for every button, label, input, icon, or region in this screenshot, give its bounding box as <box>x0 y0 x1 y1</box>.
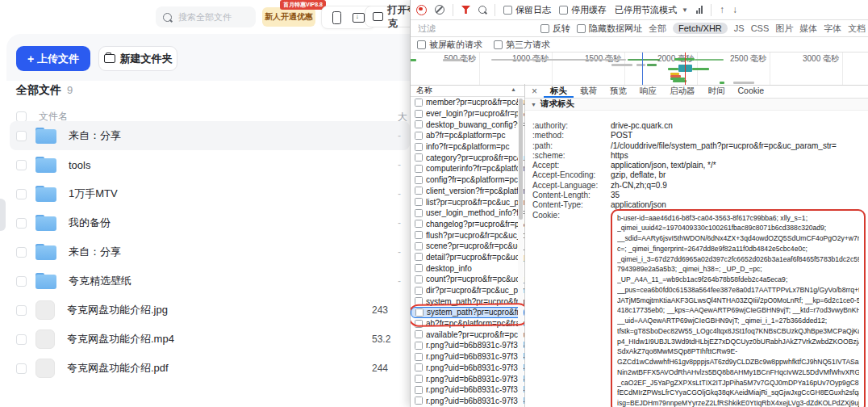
file-name[interactable]: 来自：分享 <box>69 245 121 259</box>
request-checkbox[interactable] <box>415 198 423 206</box>
filter-type[interactable]: JS <box>734 23 745 33</box>
request-name[interactable]: system_path?pr=ucpro&fr=pc&... <box>427 308 524 317</box>
file-name[interactable]: 我的备份 <box>69 216 111 230</box>
request-row[interactable]: system_path?pr=ucpro&fr=pc&... <box>411 307 524 318</box>
disable-cache-checkbox[interactable]: 停用缓存 <box>559 4 607 16</box>
request-checkbox[interactable] <box>415 153 423 162</box>
clear-icon[interactable] <box>435 5 444 15</box>
request-name[interactable]: member?pr=ucpro&fr=pc&uc_... <box>426 98 524 107</box>
file-row[interactable]: 夸克网盘功能介绍.mp4 53.2 <box>10 325 410 354</box>
request-name[interactable]: list?pr=ucpro&fr=pc&uc_param... <box>426 198 524 207</box>
details-tab[interactable]: 载荷 <box>574 84 603 98</box>
request-row[interactable]: category?pr=ucpro&fr=pc&uc_... <box>411 152 524 163</box>
request-checkbox[interactable] <box>415 99 423 107</box>
request-row[interactable]: ab?fr=pc&platform=pc <box>411 130 524 141</box>
request-name[interactable]: r.png?uid=b6b8931c-97f3-4d44... <box>426 341 524 350</box>
request-name[interactable]: scene?pr=ucpro&fr=pc&uc_par... <box>426 241 524 250</box>
filter-input[interactable] <box>416 23 534 34</box>
row-checkbox[interactable] <box>16 276 27 287</box>
request-row[interactable]: r.png?uid=b6b8931c-97f3-4d44... <box>411 396 524 407</box>
details-tab[interactable]: 预览 <box>603 84 633 98</box>
request-row[interactable]: r.png?uid=b6b8931c-97f3-4d44... <box>411 363 524 374</box>
search-input[interactable] <box>177 11 244 23</box>
monitor-download-icon[interactable] <box>353 13 365 23</box>
row-checkbox[interactable] <box>16 131 27 141</box>
request-row[interactable]: scene?pr=ucpro&fr=pc&uc_par... <box>411 241 524 252</box>
request-checkbox[interactable] <box>415 363 423 371</box>
details-tab[interactable]: 响应 <box>633 84 663 98</box>
filter-funnel-icon[interactable] <box>461 6 470 14</box>
row-checkbox[interactable] <box>16 305 27 316</box>
network-conditions-icon[interactable] <box>696 6 703 14</box>
request-row[interactable]: changelog?pr=ucpro&fr=pc&u... <box>411 219 524 230</box>
request-name[interactable]: ab?fr=pc&platform=pc&frame_... <box>426 319 524 328</box>
file-row[interactable]: 夸克精选壁纸 - <box>10 266 410 296</box>
request-list-header[interactable]: 名称 ▲ <box>411 84 524 97</box>
select-all-checkbox[interactable] <box>16 111 27 122</box>
request-name[interactable]: ever_login?pr=ucpro&fr=pc&uc... <box>426 109 524 118</box>
file-name[interactable]: 夸克网盘功能介绍.mp4 <box>67 332 174 346</box>
request-checkbox[interactable] <box>415 275 423 283</box>
request-row[interactable]: flush?pr=ucpro&fr=pc&uc_para... <box>411 229 524 241</box>
request-name[interactable]: desktop_info <box>426 264 472 273</box>
request-row[interactable]: r.png?uid=b6b8931c-97f3-4d44... <box>411 384 524 396</box>
export-har-icon[interactable]: ↓ <box>732 5 737 15</box>
request-list-scrollbar[interactable] <box>518 97 524 407</box>
filter-type[interactable]: 字体 <box>824 23 841 35</box>
import-har-icon[interactable]: ↑ <box>720 5 724 15</box>
request-row[interactable]: config?fr=pc&platform=pc <box>411 174 524 186</box>
upload-file-button[interactable]: + 上传文件 <box>16 46 90 71</box>
file-name[interactable]: 夸克网盘功能介绍.jpg <box>67 303 168 317</box>
file-name[interactable]: 来自：分享 <box>69 128 121 143</box>
request-row[interactable]: r.png?uid=b6b8931c-97f3-4d44... <box>411 373 524 384</box>
details-tab[interactable]: 时间 <box>702 84 732 98</box>
request-checkbox[interactable] <box>415 209 423 217</box>
filter-type-all[interactable]: 全部 <box>649 23 666 35</box>
details-tab[interactable]: Cookie <box>732 84 771 98</box>
request-row[interactable]: client_version?fr=pc&platform=... <box>411 186 524 197</box>
request-checkbox[interactable] <box>415 386 423 394</box>
file-row[interactable]: 夸克网盘功能介绍.jpg 243 <box>10 296 410 325</box>
request-name[interactable]: system_path?pr=ucpro&fr=pc&... <box>426 297 524 306</box>
request-headers-section[interactable]: ▼ 请求标头 <box>525 99 868 111</box>
request-checkbox[interactable] <box>415 220 423 228</box>
search-box[interactable] <box>156 6 256 27</box>
preserve-log-checkbox[interactable]: 保留日志 <box>503 4 551 16</box>
row-checkbox[interactable] <box>16 160 27 170</box>
file-row[interactable]: 来自：分享 - <box>10 121 410 150</box>
request-name[interactable]: r.png?uid=b6b8931c-97f3-4d44... <box>426 375 524 384</box>
request-name[interactable]: config?fr=pc&platform=pc <box>426 175 518 184</box>
row-checkbox[interactable] <box>16 247 27 258</box>
request-name[interactable]: computerinfo?fr=pc&platform=... <box>426 164 524 173</box>
request-name[interactable]: r.png?uid=b6b8931c-97f3-4d44... <box>426 397 524 405</box>
request-checkbox[interactable] <box>415 375 423 383</box>
request-row[interactable]: info?fr=pc&platform=pc <box>411 141 524 153</box>
request-row[interactable]: list?pr=ucpro&fr=pc&uc_param... <box>411 196 524 208</box>
close-icon[interactable]: × <box>525 86 544 97</box>
request-checkbox[interactable] <box>415 264 423 272</box>
request-checkbox[interactable] <box>415 353 423 361</box>
request-checkbox[interactable] <box>415 132 423 140</box>
file-row[interactable]: 来自：分享 - <box>10 237 410 266</box>
request-row[interactable]: user_login_method_info?fr=pc&... <box>411 208 524 219</box>
request-name[interactable]: ab?fr=pc&platform=pc <box>426 131 505 140</box>
throttling-dropdown[interactable]: 已停用节流模式▼ <box>615 4 688 16</box>
record-icon[interactable] <box>416 5 427 15</box>
request-checkbox[interactable] <box>415 143 423 151</box>
filter-type[interactable]: Fetch/XHR <box>673 23 728 34</box>
request-checkbox[interactable] <box>415 342 423 350</box>
request-checkbox[interactable] <box>415 330 423 338</box>
request-row[interactable]: desktop_info <box>411 262 524 274</box>
new-user-promo-button[interactable]: 新人开通优惠 <box>262 7 315 27</box>
request-checkbox[interactable] <box>415 187 423 195</box>
third-party-checkbox[interactable]: 第三方请求 <box>494 39 550 51</box>
blocked-requests-checkbox[interactable]: 被屏蔽的请求 <box>417 39 482 51</box>
request-name[interactable]: available?pr=ucpro&fr=pc&uc_... <box>426 330 524 339</box>
request-name[interactable]: client_version?fr=pc&platform=... <box>426 187 524 195</box>
request-name[interactable]: category?pr=ucpro&fr=pc&uc_... <box>426 153 524 162</box>
filter-type[interactable]: 媒体 <box>799 23 817 35</box>
phone-icon[interactable] <box>332 11 341 24</box>
request-name[interactable]: detail?pr=ucpro&fr=pc&uc_par... <box>426 253 524 262</box>
request-row[interactable]: r.png?uid=b6b8931c-97f3-4d44... <box>411 340 524 351</box>
request-row[interactable]: desktop_buwang_config?fr=pc... <box>411 119 524 130</box>
